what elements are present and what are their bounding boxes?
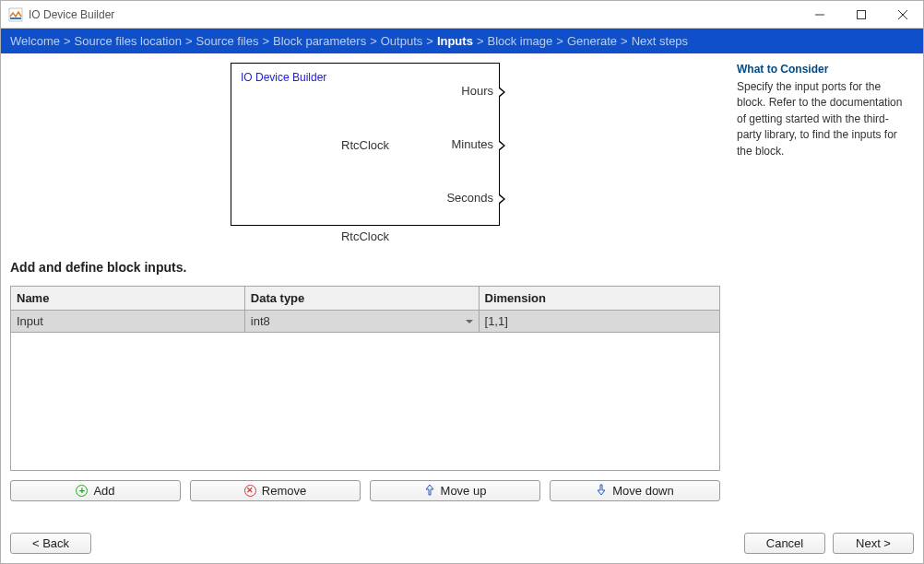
crumb-block-image[interactable]: Block image xyxy=(487,34,552,48)
add-label: Add xyxy=(93,484,114,498)
x-icon: ✕ xyxy=(244,485,256,497)
main-panel: IO Device Builder RtcClock Hours Minutes… xyxy=(1,53,729,522)
crumb-welcome[interactable]: Welcome xyxy=(10,34,60,48)
cell-data-type-value: int8 xyxy=(251,314,270,328)
breadcrumb-sep: > xyxy=(426,34,433,48)
move-down-label: Move down xyxy=(612,484,673,498)
breadcrumb-sep: > xyxy=(185,34,193,48)
breadcrumb: Welcome > Source files location > Source… xyxy=(1,29,923,53)
cancel-button[interactable]: Cancel xyxy=(744,533,825,554)
crumb-next-steps[interactable]: Next steps xyxy=(632,34,688,48)
plus-icon: + xyxy=(76,485,88,497)
port-minutes: Minutes xyxy=(451,137,493,151)
move-up-button[interactable]: Move up xyxy=(370,480,540,501)
port-hours: Hours xyxy=(461,84,493,98)
diagram-caption: RtcClock xyxy=(231,229,500,243)
crumb-generate[interactable]: Generate xyxy=(567,34,617,48)
crumb-source-location[interactable]: Source files location xyxy=(75,34,182,48)
move-up-label: Move up xyxy=(441,484,487,498)
titlebar: IO Device Builder xyxy=(1,1,923,29)
port-arrow-icon xyxy=(499,194,505,205)
instruction-text: Add and define block inputs. xyxy=(10,260,720,275)
cell-data-type[interactable]: int8 xyxy=(244,311,479,333)
crumb-outputs[interactable]: Outputs xyxy=(381,34,423,48)
window-controls xyxy=(799,1,923,28)
port-arrow-icon xyxy=(499,87,505,98)
side-text: Specify the input ports for the block. R… xyxy=(737,79,912,159)
breadcrumb-sep: > xyxy=(370,34,377,48)
footer: < Back Cancel Next > xyxy=(1,522,923,563)
table-empty-area[interactable] xyxy=(10,333,720,471)
diagram-title: IO Device Builder xyxy=(241,71,326,84)
minimize-button[interactable] xyxy=(799,1,840,28)
svg-rect-3 xyxy=(857,10,865,18)
crumb-inputs[interactable]: Inputs xyxy=(437,34,473,48)
svg-rect-1 xyxy=(10,18,21,19)
table-row[interactable]: Input int8 [1,1] xyxy=(11,311,720,333)
crumb-source-files[interactable]: Source files xyxy=(195,34,258,48)
remove-button[interactable]: ✕ Remove xyxy=(190,480,361,501)
breadcrumb-sep: > xyxy=(477,34,484,48)
diagram-center-label: RtcClock xyxy=(341,137,389,151)
port-arrow-icon xyxy=(499,140,505,151)
back-button[interactable]: < Back xyxy=(10,533,91,554)
cell-dimension[interactable]: [1,1] xyxy=(479,311,719,333)
crumb-block-parameters[interactable]: Block parameters xyxy=(273,34,366,48)
next-button[interactable]: Next > xyxy=(833,533,914,554)
inputs-table: Name Data type Dimension Input int8 [1,1… xyxy=(10,286,720,333)
block-diagram: IO Device Builder RtcClock Hours Minutes… xyxy=(231,63,500,243)
chevron-down-icon[interactable] xyxy=(466,320,473,323)
maximize-button[interactable] xyxy=(840,1,882,28)
col-dimension[interactable]: Dimension xyxy=(479,287,719,311)
col-name[interactable]: Name xyxy=(11,287,245,311)
col-data-type[interactable]: Data type xyxy=(244,287,479,311)
arrow-down-icon xyxy=(596,484,607,499)
window-title: IO Device Builder xyxy=(29,8,799,21)
move-down-button[interactable]: Move down xyxy=(550,480,720,501)
port-seconds: Seconds xyxy=(446,191,493,205)
breadcrumb-sep: > xyxy=(556,34,563,48)
breadcrumb-sep: > xyxy=(262,34,269,48)
close-button[interactable] xyxy=(882,1,923,28)
remove-label: Remove xyxy=(262,484,306,498)
add-button[interactable]: + Add xyxy=(10,480,181,501)
app-icon xyxy=(8,7,23,22)
arrow-up-icon xyxy=(424,484,435,499)
breadcrumb-sep: > xyxy=(64,34,71,48)
side-title: What to Consider xyxy=(737,63,912,76)
side-panel: What to Consider Specify the input ports… xyxy=(729,53,923,522)
cell-name[interactable]: Input xyxy=(11,311,245,333)
breadcrumb-sep: > xyxy=(621,34,628,48)
